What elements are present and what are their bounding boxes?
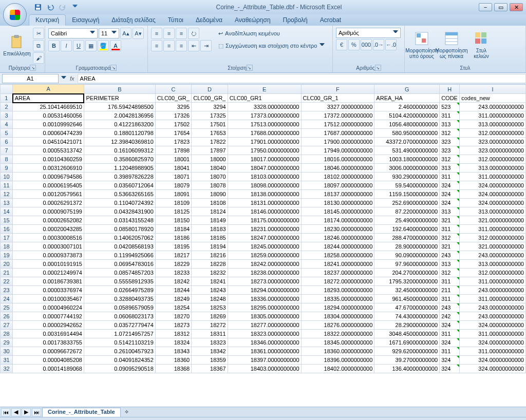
- cell[interactable]: 18071: [155, 173, 191, 181]
- cell[interactable]: 18232: [192, 269, 228, 277]
- align-bot-icon[interactable]: ≡: [176, 28, 187, 39]
- cell[interactable]: 313: [440, 260, 460, 269]
- tab-home[interactable]: Κεντρική: [29, 14, 66, 26]
- cell[interactable]: 18231.0000000000: [228, 225, 301, 234]
- field-header[interactable]: PERIMETER: [84, 94, 155, 103]
- cell[interactable]: 324: [440, 365, 460, 373]
- row-header[interactable]: 31: [1, 356, 13, 365]
- cell[interactable]: 321: [440, 216, 460, 225]
- cell[interactable]: 17898: [155, 146, 191, 155]
- cell[interactable]: 59.54000000000: [374, 181, 440, 190]
- shrink-font-icon[interactable]: A▾: [133, 28, 144, 39]
- cell[interactable]: 0.00104360259: [13, 155, 84, 164]
- cell[interactable]: 18241.0000000000: [301, 260, 374, 269]
- cell[interactable]: 313.00000000000: [460, 120, 526, 129]
- cell[interactable]: 2.46000000000: [374, 103, 440, 111]
- cell[interactable]: 18277.0000000000: [228, 321, 301, 330]
- cell[interactable]: 0.00055313742: [13, 146, 84, 155]
- conditional-format-button[interactable]: Μορφοποίηση υπό όρους: [408, 28, 436, 62]
- field-header[interactable]: codes_new: [460, 94, 526, 103]
- office-button[interactable]: [3, 3, 27, 27]
- cell[interactable]: 18323: [192, 338, 228, 347]
- field-header[interactable]: CLC00_GR_1: [301, 94, 374, 103]
- cell[interactable]: 288.47000000000: [374, 234, 440, 242]
- cell[interactable]: 18247.0000000000: [228, 234, 301, 242]
- field-header[interactable]: AREA: [13, 94, 84, 103]
- cell[interactable]: 243.00000000000: [460, 286, 526, 295]
- cell[interactable]: 0.00004960224: [13, 303, 84, 312]
- cell[interactable]: 18090: [192, 190, 228, 199]
- cell[interactable]: 243.00000000000: [460, 303, 526, 312]
- row-header[interactable]: 7: [1, 146, 13, 155]
- cell[interactable]: 18108: [192, 199, 228, 207]
- cell[interactable]: 25.49000000000: [374, 216, 440, 225]
- cell[interactable]: 18228: [192, 260, 228, 269]
- cell[interactable]: 312.00000000000: [460, 234, 526, 242]
- cell[interactable]: 324: [440, 199, 460, 207]
- col-header-A[interactable]: A: [13, 85, 84, 94]
- cell[interactable]: 18243: [192, 286, 228, 295]
- cell[interactable]: 18249: [155, 295, 191, 303]
- cell[interactable]: 3048.45000000000: [374, 330, 440, 338]
- cell[interactable]: 0.05896579059: [84, 303, 155, 312]
- font-name-combo[interactable]: Calibri: [48, 28, 98, 39]
- cell[interactable]: 311: [440, 295, 460, 303]
- cell[interactable]: 1159.15000000000: [374, 190, 440, 199]
- cell[interactable]: 18097.0000000000: [301, 181, 374, 190]
- row-header[interactable]: 27: [1, 321, 13, 330]
- cell[interactable]: 313.00000000000: [460, 207, 526, 216]
- cell[interactable]: 18269: [192, 312, 228, 321]
- cell[interactable]: 3294: [192, 103, 228, 111]
- cell[interactable]: 18246.0000000000: [301, 234, 374, 242]
- wrap-text-button[interactable]: ↩Αναδίπλωση κειμένου: [216, 28, 327, 39]
- cell[interactable]: 323.00000000000: [460, 146, 526, 155]
- cell[interactable]: 18174.0000000000: [301, 216, 374, 225]
- cell[interactable]: 18233: [155, 269, 191, 277]
- cell[interactable]: 17513.0000000000: [228, 120, 301, 129]
- cell[interactable]: 0.00004085208: [13, 356, 84, 365]
- col-header-E[interactable]: E: [228, 85, 301, 94]
- cell[interactable]: 531.49000000000: [374, 146, 440, 155]
- comma-icon[interactable]: 000: [361, 39, 372, 50]
- cell[interactable]: 311.00000000000: [460, 225, 526, 234]
- align-launcher[interactable]: ↘: [247, 65, 253, 71]
- row-header[interactable]: 11: [1, 181, 13, 190]
- cell[interactable]: 5104.42000000000: [374, 111, 440, 120]
- cell[interactable]: 312: [440, 269, 460, 277]
- dec-decimal-icon[interactable]: ←.0: [385, 39, 397, 50]
- field-header[interactable]: CODE: [440, 94, 460, 103]
- paste-button[interactable]: Επικόλληση: [3, 28, 31, 62]
- cell[interactable]: 1056.48000000000: [374, 120, 440, 129]
- cell[interactable]: 18186: [155, 234, 191, 242]
- cell[interactable]: 17501: [192, 120, 228, 129]
- cell[interactable]: 17823: [155, 138, 191, 146]
- cell[interactable]: 312: [440, 129, 460, 138]
- close-button[interactable]: ✕: [510, 3, 523, 11]
- cell[interactable]: 0.00014189068: [13, 365, 84, 373]
- clipboard-launcher[interactable]: ↘: [30, 65, 36, 71]
- sheet-tab[interactable]: Corine_-_Attribute_Table: [42, 408, 121, 417]
- cell[interactable]: 18360.0000000000: [301, 347, 374, 356]
- font-launcher[interactable]: ↘: [110, 65, 117, 71]
- cell[interactable]: 0.00120579561: [13, 190, 84, 199]
- cell[interactable]: 18017.0000000000: [228, 155, 301, 164]
- cell[interactable]: 18403.0000000000: [228, 365, 301, 373]
- cell[interactable]: 18397.0000000000: [228, 356, 301, 365]
- merge-center-button[interactable]: ⬚Συγχώνευση και στοίχιση στο κέντρο: [216, 40, 327, 51]
- cell[interactable]: 18102.0000000000: [301, 173, 374, 181]
- cell[interactable]: 18322.0000000000: [301, 330, 374, 338]
- row-header[interactable]: 24: [1, 295, 13, 303]
- name-box[interactable]: A1: [2, 74, 59, 83]
- row-header[interactable]: 5: [1, 129, 13, 138]
- field-header[interactable]: CLC00_GR_: [155, 94, 191, 103]
- redo-icon[interactable]: [59, 3, 67, 11]
- cell[interactable]: 18276.0000000000: [301, 321, 374, 330]
- cell[interactable]: 0.00316914494: [13, 330, 84, 338]
- cell[interactable]: 311.00000000000: [460, 295, 526, 303]
- cell[interactable]: 324: [440, 338, 460, 347]
- cell[interactable]: 18305.0000000000: [228, 312, 301, 321]
- row-header[interactable]: 23: [1, 286, 13, 295]
- row-header[interactable]: 17: [1, 234, 13, 242]
- qat-customize-icon[interactable]: [71, 3, 79, 11]
- cell[interactable]: 0.00096794586: [13, 173, 84, 181]
